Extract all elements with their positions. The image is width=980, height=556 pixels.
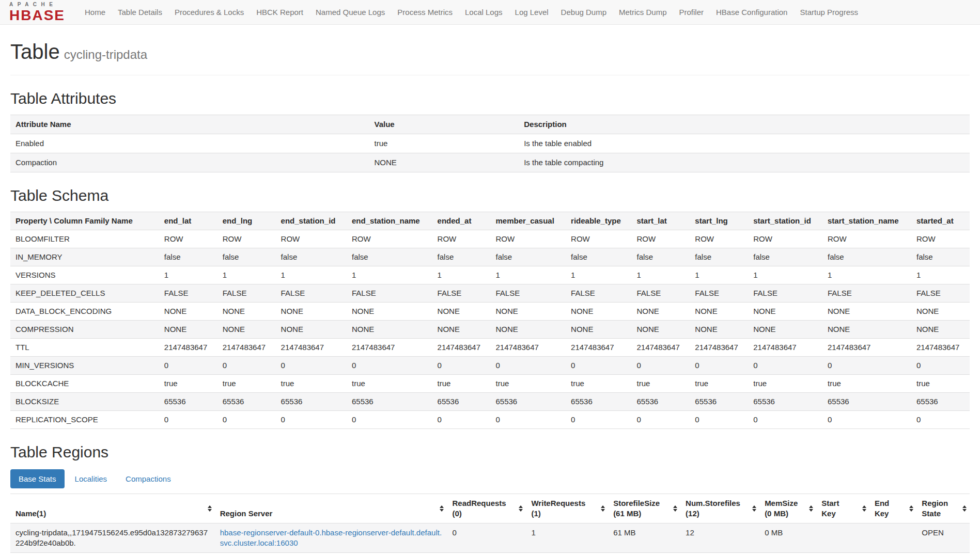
- schema-property-cell: VERSIONS: [10, 266, 159, 284]
- regions-col-readrequests-0[interactable]: ReadRequests(0): [447, 494, 526, 523]
- schema-value-cell: 0: [566, 357, 631, 375]
- sort-up-arrow-icon: [752, 505, 756, 508]
- nav-link-hbck-report[interactable]: HBCK Report: [250, 0, 309, 25]
- nav-link-procedures-locks[interactable]: Procedures & Locks: [168, 0, 250, 25]
- regions-col-regionstate[interactable]: RegionState: [916, 494, 970, 523]
- sort-icon[interactable]: [519, 505, 523, 512]
- schema-col-rideable-type: rideable_type: [566, 212, 631, 230]
- schema-table: Property \ Column Family Nameend_latend_…: [10, 212, 970, 429]
- sort-icon[interactable]: [601, 505, 605, 512]
- nav-link-local-logs[interactable]: Local Logs: [459, 0, 509, 25]
- schema-value-cell: 0: [432, 411, 491, 429]
- schema-value-cell: NONE: [490, 321, 566, 339]
- schema-value-cell: 0: [217, 411, 276, 429]
- schema-col-start-station-id: start_station_id: [748, 212, 822, 230]
- sort-icon[interactable]: [962, 505, 967, 512]
- schema-value-cell: FALSE: [748, 284, 822, 303]
- sort-icon[interactable]: [862, 505, 866, 512]
- schema-value-cell: 1: [631, 266, 690, 284]
- schema-value-cell: false: [276, 248, 347, 266]
- nav-link-log-level[interactable]: Log Level: [509, 0, 555, 25]
- schema-value-cell: false: [432, 248, 491, 266]
- regions-col-storefilesize-61-mb[interactable]: StorefileSize(61 MB): [608, 494, 680, 523]
- schema-property-cell: IN_MEMORY: [10, 248, 159, 266]
- regions-col-memsize-0-mb[interactable]: MemSize(0 MB): [759, 494, 816, 523]
- attribute-value-cell: true: [369, 134, 519, 153]
- regions-col-sublabel: (0): [452, 509, 516, 519]
- regions-col-sublabel: (0 MB): [765, 509, 806, 519]
- nav-link-debug-dump[interactable]: Debug Dump: [555, 0, 613, 25]
- sort-icon[interactable]: [208, 505, 212, 512]
- schema-value-cell: 65536: [690, 393, 748, 411]
- schema-value-cell: NONE: [911, 303, 970, 321]
- schema-table-head: Property \ Column Family Nameend_latend_…: [10, 212, 970, 230]
- region-server-link[interactable]: hbase-regionserver-default-0.hbase-regio…: [220, 528, 442, 547]
- regions-col-sublabel: (1): [531, 509, 598, 519]
- regions-col-endkey[interactable]: EndKey: [869, 494, 916, 523]
- schema-row-replication-scope: REPLICATION_SCOPE000000000000: [10, 411, 970, 429]
- schema-value-cell: true: [822, 375, 911, 393]
- schema-value-cell: NONE: [276, 303, 347, 321]
- tab-link-localities[interactable]: Localities: [67, 469, 116, 488]
- nav-link-process-metrics[interactable]: Process Metrics: [391, 0, 459, 25]
- schema-value-cell: 65536: [490, 393, 566, 411]
- regions-col-label: Start: [821, 498, 859, 509]
- schema-value-cell: NONE: [822, 321, 911, 339]
- nav-link-home[interactable]: Home: [79, 0, 112, 25]
- schema-value-cell: 2147483647: [911, 339, 970, 357]
- regions-col-region-server[interactable]: Region Server: [215, 494, 447, 523]
- schema-row-blockcache: BLOCKCACHEtruetruetruetruetruetruetruetr…: [10, 375, 970, 393]
- schema-value-cell: true: [432, 375, 491, 393]
- sort-icon[interactable]: [440, 505, 444, 512]
- regions-col-sublabel: (12): [686, 509, 749, 519]
- schema-value-cell: ROW: [911, 230, 970, 248]
- schema-value-cell: NONE: [347, 321, 432, 339]
- regions-col-writerequests-1[interactable]: WriteRequests(1): [526, 494, 608, 523]
- regions-col-num-storefiles-12[interactable]: Num.Storefiles(12): [680, 494, 759, 523]
- schema-value-cell: 0: [276, 411, 347, 429]
- sort-up-arrow-icon: [208, 505, 212, 508]
- schema-value-cell: 65536: [217, 393, 276, 411]
- schema-value-cell: ROW: [822, 230, 911, 248]
- schema-property-cell: TTL: [10, 339, 159, 357]
- schema-value-cell: 0: [217, 357, 276, 375]
- schema-value-cell: 65536: [276, 393, 347, 411]
- regions-col-startkey[interactable]: StartKey: [816, 494, 869, 523]
- schema-value-cell: FALSE: [347, 284, 432, 303]
- sort-down-arrow-icon: [909, 509, 913, 512]
- schema-value-cell: NONE: [631, 303, 690, 321]
- schema-value-cell: 0: [159, 411, 217, 429]
- tab-base-stats: Base Stats: [10, 469, 65, 488]
- schema-value-cell: 1: [911, 266, 970, 284]
- regions-tabs: Base StatsLocalitiesCompactions: [10, 469, 970, 488]
- schema-col-property: Property \ Column Family Name: [10, 212, 159, 230]
- sort-icon[interactable]: [673, 505, 677, 512]
- sort-icon[interactable]: [752, 505, 756, 512]
- sort-down-arrow-icon: [440, 509, 444, 512]
- nav-link-hbase-configuration[interactable]: HBase Configuration: [710, 0, 794, 25]
- sort-icon[interactable]: [809, 505, 813, 512]
- tab-link-compactions[interactable]: Compactions: [117, 469, 179, 488]
- schema-value-cell: false: [217, 248, 276, 266]
- nav-link-table-details[interactable]: Table Details: [112, 0, 168, 25]
- schema-value-cell: FALSE: [566, 284, 631, 303]
- sort-down-arrow-icon: [601, 509, 605, 512]
- schema-value-cell: false: [822, 248, 911, 266]
- regions-col-name-1[interactable]: Name(1): [10, 494, 215, 523]
- nav-item: Log Level: [509, 0, 555, 25]
- schema-value-cell: ROW: [490, 230, 566, 248]
- schema-value-cell: FALSE: [911, 284, 970, 303]
- nav-link-startup-progress[interactable]: Startup Progress: [794, 0, 864, 25]
- sort-down-arrow-icon: [519, 509, 523, 512]
- tab-link-base-stats[interactable]: Base Stats: [10, 469, 65, 488]
- nav-link-profiler[interactable]: Profiler: [673, 0, 710, 25]
- sort-up-arrow-icon: [440, 505, 444, 508]
- nav-item: Metrics Dump: [613, 0, 673, 25]
- schema-value-cell: 1: [276, 266, 347, 284]
- sort-icon[interactable]: [909, 505, 913, 512]
- nav-link-named-queue-logs[interactable]: Named Queue Logs: [309, 0, 391, 25]
- hbase-logo[interactable]: APACHE HBASE: [9, 2, 65, 23]
- regions-col-sublabel: (61 MB): [613, 509, 670, 519]
- nav-link-metrics-dump[interactable]: Metrics Dump: [613, 0, 673, 25]
- schema-heading: Table Schema: [10, 187, 970, 204]
